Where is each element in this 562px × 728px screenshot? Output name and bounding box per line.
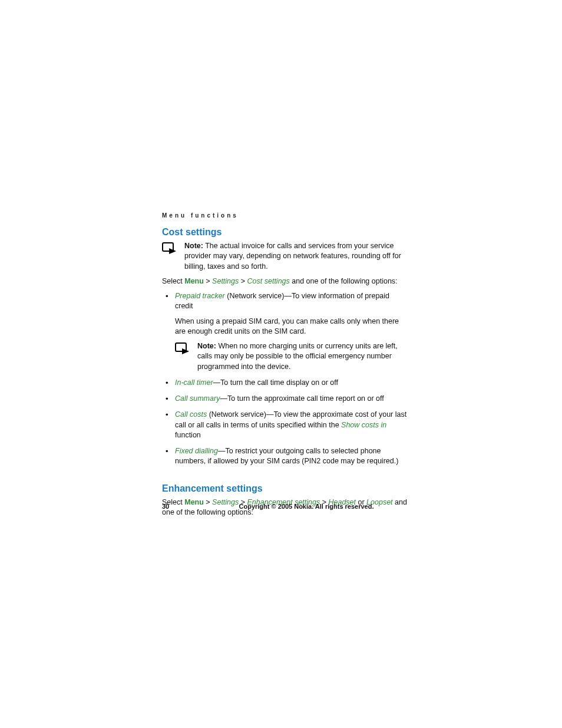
note-label: Note: bbox=[197, 342, 216, 350]
note-body: The actual invoice for calls and service… bbox=[184, 242, 401, 271]
note-icon bbox=[175, 341, 191, 355]
sep: > bbox=[204, 277, 212, 285]
note-block: Note: The actual invoice for calls and s… bbox=[162, 241, 409, 272]
nav-settings: Settings bbox=[212, 277, 239, 285]
list-item: Fixed dialling—To restrict your outgoing… bbox=[162, 446, 409, 467]
page-content: Menu functions Cost settings Note: The a… bbox=[162, 212, 409, 522]
option-call-costs: Call costs bbox=[175, 410, 207, 419]
option-subtext: When using a prepaid SIM card, you can m… bbox=[175, 317, 409, 337]
options-list: Prepaid tracker (Network service)—To vie… bbox=[162, 291, 409, 467]
text: and one of the following options: bbox=[290, 277, 398, 285]
option-in-call-timer: In-call timer bbox=[175, 378, 213, 387]
list-item: In-call timer—To turn the call time disp… bbox=[162, 378, 409, 388]
note-icon bbox=[162, 241, 178, 255]
navigation-instruction: Select Menu > Settings > Cost settings a… bbox=[162, 276, 409, 286]
note-block: Note: When no more charging units or cur… bbox=[175, 341, 409, 372]
section-title-enhancement-settings: Enhancement settings bbox=[162, 483, 409, 494]
note-label: Note: bbox=[184, 242, 203, 250]
option-desc: function bbox=[175, 431, 201, 439]
option-desc: —To turn the call time display on or off bbox=[213, 378, 338, 387]
list-item: Call summary—To turn the approximate cal… bbox=[162, 394, 409, 404]
link-show-costs-in: Show costs in bbox=[341, 421, 386, 429]
section-title-cost-settings: Cost settings bbox=[162, 227, 409, 238]
sep: > bbox=[239, 277, 247, 285]
option-call-summary: Call summary bbox=[175, 394, 220, 403]
option-desc: —To turn the approximate call time repor… bbox=[220, 394, 384, 403]
copyright-text: Copyright © 2005 Nokia. All rights reser… bbox=[209, 503, 404, 510]
option-prepaid-tracker: Prepaid tracker bbox=[175, 292, 225, 300]
list-item: Call costs (Network service)—To view the… bbox=[162, 410, 409, 440]
nav-menu: Menu bbox=[184, 277, 204, 285]
list-item: Prepaid tracker (Network service)—To vie… bbox=[162, 291, 409, 372]
document-page: Menu functions Cost settings Note: The a… bbox=[0, 0, 562, 728]
note-body: When no more charging units or currency … bbox=[197, 342, 398, 371]
page-footer: 30Copyright © 2005 Nokia. All rights res… bbox=[162, 503, 409, 510]
nav-cost-settings: Cost settings bbox=[247, 277, 290, 285]
text: Select bbox=[162, 277, 184, 285]
page-number: 30 bbox=[162, 503, 209, 510]
option-fixed-dialling: Fixed dialling bbox=[175, 447, 218, 455]
note-text: Note: When no more charging units or cur… bbox=[197, 341, 409, 372]
note-text: Note: The actual invoice for calls and s… bbox=[184, 241, 409, 272]
running-header: Menu functions bbox=[162, 212, 409, 219]
